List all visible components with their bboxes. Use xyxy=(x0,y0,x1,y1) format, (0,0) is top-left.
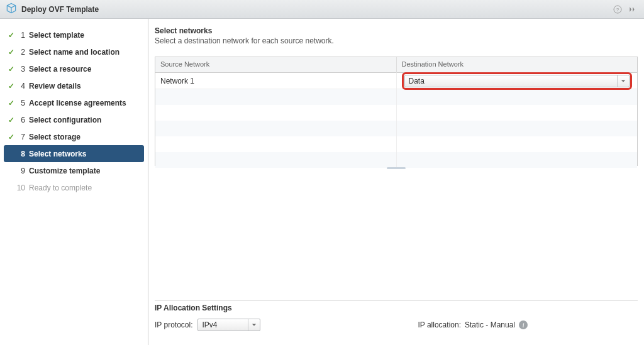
network-row[interactable]: Network 1Data xyxy=(155,73,637,89)
info-icon[interactable]: i xyxy=(519,320,528,329)
wizard-step-2[interactable]: ✓2Select name and location xyxy=(0,43,148,60)
check-icon: ✓ xyxy=(6,48,16,57)
wizard-step-10: 10Ready to complete xyxy=(0,179,148,196)
ip-protocol-label: IP protocol: xyxy=(155,320,192,329)
highlight-annotation: Data xyxy=(402,72,633,90)
check-icon: ✓ xyxy=(6,82,16,90)
ip-section-title: IP Allocation Settings xyxy=(155,304,638,312)
window-title: Deploy OVF Template xyxy=(21,5,99,14)
chevron-down-icon xyxy=(617,75,629,87)
svg-text:?: ? xyxy=(616,6,619,12)
destination-network-cell: Data xyxy=(397,73,638,89)
step-number: 7 xyxy=(16,133,29,141)
wizard-step-3[interactable]: ✓3Select a resource xyxy=(0,60,148,77)
step-number: 9 xyxy=(16,167,29,175)
wizard-step-7[interactable]: ✓7Select storage xyxy=(0,128,148,145)
step-label: Select a resource xyxy=(29,65,91,74)
check-icon: ✓ xyxy=(6,116,16,124)
page-title: Select networks xyxy=(155,26,638,35)
wizard-step-8[interactable]: 8Select networks xyxy=(4,145,144,162)
grid-resize-handle[interactable] xyxy=(155,167,638,171)
wizard-step-1[interactable]: ✓1Select template xyxy=(0,26,148,43)
page-description: Select a destination network for each so… xyxy=(155,36,638,45)
ip-allocation-section: IP Allocation Settings IP protocol: IPv4… xyxy=(155,304,638,331)
main-panel: Select networks Select a destination net… xyxy=(148,19,644,345)
wizard-step-9[interactable]: 9Customize template xyxy=(0,162,148,179)
empty-row xyxy=(155,136,637,152)
empty-row xyxy=(155,121,637,136)
step-number: 6 xyxy=(16,116,29,124)
wizard-step-6[interactable]: ✓6Select configuration xyxy=(0,111,148,128)
step-label: Accept license agreements xyxy=(29,99,126,107)
step-number: 1 xyxy=(16,31,29,40)
column-header-source[interactable]: Source Network xyxy=(155,57,397,72)
ip-allocation-value: Static - Manual xyxy=(465,320,515,329)
check-icon: ✓ xyxy=(6,31,16,40)
step-label: Select storage xyxy=(29,133,80,141)
step-number: 10 xyxy=(16,183,29,192)
empty-row xyxy=(155,89,637,105)
chevron-down-icon xyxy=(248,319,260,331)
ovf-cube-icon xyxy=(5,2,18,16)
step-number: 8 xyxy=(16,150,29,158)
ip-protocol-dropdown[interactable]: IPv4 xyxy=(197,319,260,331)
expand-button[interactable] xyxy=(626,3,639,16)
destination-network-value: Data xyxy=(405,77,618,85)
source-network-cell: Network 1 xyxy=(155,73,397,89)
step-number: 2 xyxy=(16,48,29,57)
step-label: Select template xyxy=(29,31,84,40)
column-header-destination[interactable]: Destination Network xyxy=(397,57,638,72)
step-label: Ready to complete xyxy=(29,183,92,192)
step-number: 3 xyxy=(16,65,29,74)
step-label: Review details xyxy=(29,82,81,90)
ip-protocol-value: IPv4 xyxy=(198,320,248,329)
wizard-step-4[interactable]: ✓4Review details xyxy=(0,77,148,94)
destination-network-dropdown[interactable]: Data xyxy=(404,75,630,87)
wizard-steps-sidebar: ✓1Select template✓2Select name and locat… xyxy=(0,19,148,345)
check-icon: ✓ xyxy=(6,65,16,74)
step-number: 4 xyxy=(16,82,29,90)
empty-row xyxy=(155,105,637,121)
help-button[interactable]: ? xyxy=(611,3,624,16)
step-number: 5 xyxy=(16,99,29,107)
titlebar: Deploy OVF Template ? xyxy=(0,0,644,19)
network-mapping-grid: Source Network Destination Network Netwo… xyxy=(155,57,638,166)
step-label: Customize template xyxy=(29,167,100,175)
ip-allocation-label: IP allocation: xyxy=(418,320,461,329)
wizard-step-5[interactable]: ✓5Accept license agreements xyxy=(0,94,148,111)
empty-row xyxy=(155,152,637,168)
step-label: Select name and location xyxy=(29,48,119,57)
step-label: Select networks xyxy=(29,150,86,158)
check-icon: ✓ xyxy=(6,99,16,107)
step-label: Select configuration xyxy=(29,116,101,124)
check-icon: ✓ xyxy=(6,133,16,141)
